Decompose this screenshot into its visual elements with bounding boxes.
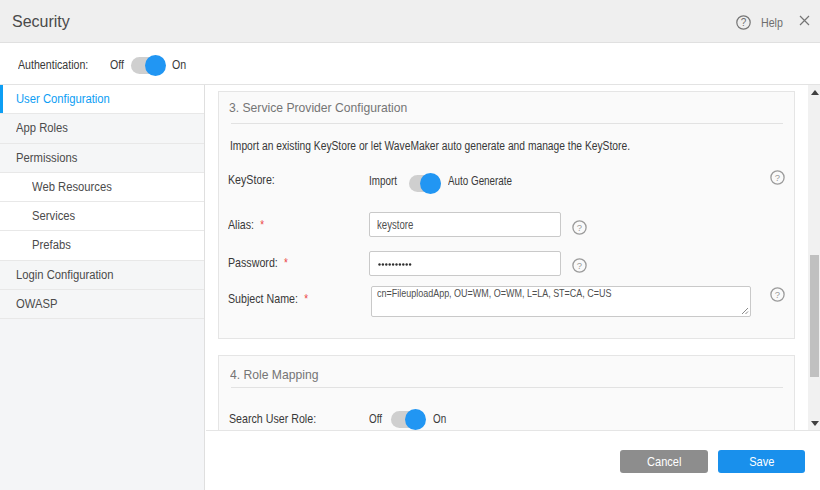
svg-text:?: ? bbox=[775, 289, 780, 300]
svg-text:?: ? bbox=[741, 17, 747, 28]
svg-text:?: ? bbox=[775, 172, 780, 183]
svg-text:?: ? bbox=[577, 260, 582, 271]
svg-text:?: ? bbox=[577, 222, 582, 233]
